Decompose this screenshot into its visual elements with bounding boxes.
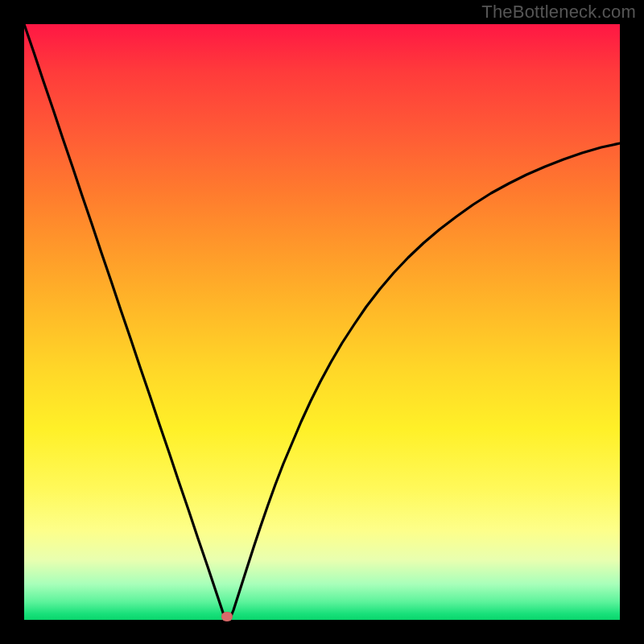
plot-area	[24, 24, 620, 620]
bottleneck-curve	[24, 24, 620, 620]
chart-frame: TheBottleneck.com	[0, 0, 644, 644]
watermark-text: TheBottleneck.com	[481, 2, 636, 23]
curve-path	[24, 24, 620, 620]
minimum-marker	[221, 612, 233, 621]
